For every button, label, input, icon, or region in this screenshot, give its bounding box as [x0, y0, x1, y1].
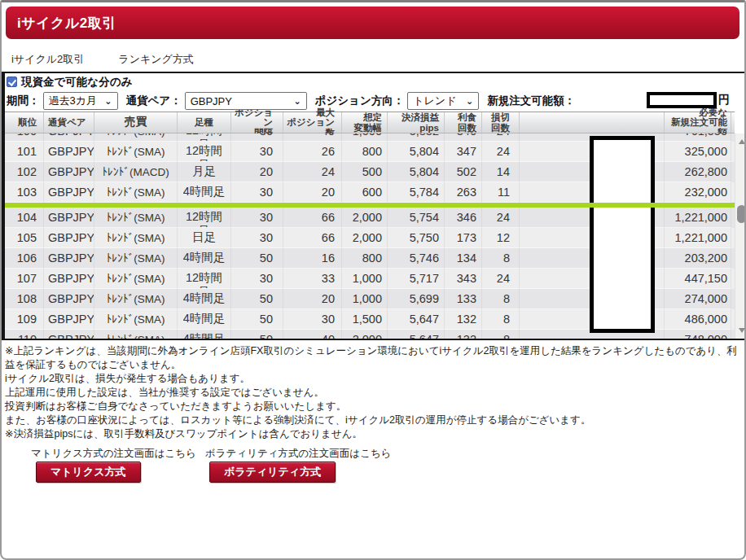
cell-method: ﾄﾚﾝﾄﾞ(SMA)	[94, 248, 178, 269]
cell-max_positions: 66	[283, 208, 342, 228]
cell-bar: 日足	[178, 228, 231, 248]
matrix-method-button[interactable]: マトリクス方式	[36, 462, 141, 483]
column-header[interactable]: 決済損益pips	[388, 112, 445, 133]
page-title: iサイクル2取引	[17, 14, 116, 33]
column-header[interactable]: 利食回数	[445, 112, 482, 133]
vertical-scrollbar[interactable]	[735, 133, 746, 339]
cell-range: 1,500	[342, 133, 388, 142]
cell-method: ﾄﾚﾝﾄﾞ(SMA)	[94, 289, 178, 309]
column-header[interactable]: 必要な新規注文可能額	[665, 112, 731, 133]
column-header[interactable]: ポジション間隔	[231, 112, 283, 133]
cell-method: ﾄﾚﾝﾄﾞ(SMA)	[94, 182, 178, 203]
cell-method: ﾄﾚﾝﾄﾞ(SMA)	[94, 309, 178, 330]
cell-rank: 103	[5, 182, 44, 203]
bar-type-clipped: 日足	[183, 228, 226, 248]
rank-highlight-line	[5, 203, 735, 208]
cell-pair: GBPJPY	[44, 162, 94, 182]
triangle-down-icon	[739, 328, 745, 333]
amount-unit: 円	[718, 93, 730, 107]
cell-pips: 5,754	[388, 208, 445, 228]
cell-max_positions: 33	[283, 269, 342, 289]
column-header[interactable]: 想定変動幅	[342, 112, 388, 133]
cell-loss_count: 24	[482, 142, 520, 162]
column-header[interactable]: 損切回数	[482, 112, 520, 133]
cell-loss_count: 24	[482, 208, 520, 228]
volatility-method-button[interactable]: ボラティリティ方式	[209, 462, 336, 483]
cell-interval: 30	[231, 182, 283, 203]
cell-rank: 107	[5, 269, 44, 289]
cell-bar: 4時間足	[178, 182, 231, 203]
amount-redaction-box	[647, 92, 717, 108]
cell-required: 748,000	[665, 330, 731, 339]
cell-pips: 5,750	[388, 228, 445, 248]
cell-profit_count: 346	[445, 208, 482, 228]
cell-bar: 12時間足	[178, 269, 231, 289]
cell-pair: GBPJPY	[44, 309, 94, 330]
scroll-down-arrow[interactable]	[735, 324, 746, 337]
pair-select[interactable]: GBPJPY ⌄	[185, 92, 307, 110]
cell-max_positions: 66	[283, 228, 342, 248]
cell-interval: 50	[231, 289, 283, 309]
amount-group: 円	[647, 92, 730, 108]
cell-interval: 30	[231, 269, 283, 289]
period-select[interactable]: 過去3カ月 ⌄	[43, 92, 118, 110]
note-line: また、お客様の口座状況によっては、ロスカット等による強制決済にて、iサイクル2取…	[5, 413, 743, 427]
cell-range: 2,000	[342, 330, 388, 339]
cell-required: 447,150	[665, 269, 731, 289]
cash-only-row: 現資金で可能な分のみ	[5, 73, 746, 90]
tab-icycle2[interactable]: iサイクル2取引	[11, 50, 84, 69]
cell-profit_count: 132	[445, 330, 482, 339]
column-header[interactable]: 順位	[5, 112, 44, 133]
content-frame: 現資金で可能な分のみ 期間： 過去3カ月 ⌄ 通貨ペア： GBPJPY ⌄ ポジ…	[2, 72, 746, 340]
bar-type-clipped: 4時間足	[183, 182, 226, 203]
cell-bar: 4時間足	[178, 289, 231, 309]
cell-pair: GBPJPY	[44, 269, 94, 289]
cell-rank: 100	[5, 133, 44, 142]
cell-pair: GBPJPY	[44, 289, 94, 309]
cell-profit_count: 263	[445, 182, 482, 203]
cell-range: 800	[342, 142, 388, 162]
bar-type-clipped: 4時間足	[183, 309, 226, 330]
cell-interval: 30	[231, 208, 283, 228]
cell-max_positions: 20	[283, 289, 342, 309]
scroll-up-arrow[interactable]	[735, 135, 746, 148]
pair-value: GBPJPY	[191, 95, 232, 107]
direction-select[interactable]: トレンド ⌄	[407, 92, 479, 110]
cell-range: 2,000	[342, 208, 388, 228]
column-header[interactable]	[520, 112, 665, 133]
cell-rank: 105	[5, 228, 44, 248]
bar-type-clipped: 12時間足	[183, 133, 226, 142]
cell-pips: 5,746	[388, 248, 445, 269]
bar-type-clipped: 12時間足	[183, 142, 226, 162]
table-body: 100GBPJPYﾄﾚﾝﾄﾞ(SMA)12時間足30491,5005,83234…	[5, 133, 746, 339]
column-header[interactable]: 足種	[178, 112, 231, 133]
direction-value: トレンド	[413, 94, 456, 108]
bar-type-clipped: 4時間足	[183, 248, 226, 269]
cell-range: 2,000	[342, 228, 388, 248]
bar-type-clipped: 月足	[183, 162, 226, 182]
cell-pips: 5,717	[388, 269, 445, 289]
bar-type-clipped: 4時間足	[183, 330, 226, 339]
cell-method: ﾄﾚﾝﾄﾞ(SMA)	[94, 133, 178, 142]
bar-type-clipped: 12時間足	[183, 269, 226, 289]
column-header[interactable]: 最大ポジション数	[283, 112, 342, 133]
chevron-down-icon: ⌄	[104, 96, 112, 107]
cash-only-label: 現資金で可能な分のみ	[21, 75, 132, 90]
cell-profit_count: 173	[445, 228, 482, 248]
note-line: iサイクル2取引は、損失が発生する場合もあります。	[5, 372, 743, 386]
scrollbar-thumb[interactable]	[737, 205, 746, 223]
tab-ranking[interactable]: ランキング方式	[118, 50, 194, 69]
column-header[interactable]: 売買	[94, 112, 178, 133]
cell-rank: 108	[5, 289, 44, 309]
column-header[interactable]: 通貨ペア	[44, 112, 94, 133]
cell-bar: 12時間足	[178, 208, 231, 228]
cell-interval: 30	[231, 228, 283, 248]
cell-method: ﾄﾚﾝﾄﾞ(SMA)	[94, 228, 178, 248]
cell-profit_count: 347	[445, 142, 482, 162]
bar-type-clipped: 12時間足	[183, 208, 226, 228]
cell-profit_count: 132	[445, 309, 482, 330]
cell-rank: 109	[5, 309, 44, 330]
cell-bar: 12時間足	[178, 133, 231, 142]
cash-only-checkbox[interactable]	[7, 77, 17, 87]
cell-range: 1,000	[342, 289, 388, 309]
